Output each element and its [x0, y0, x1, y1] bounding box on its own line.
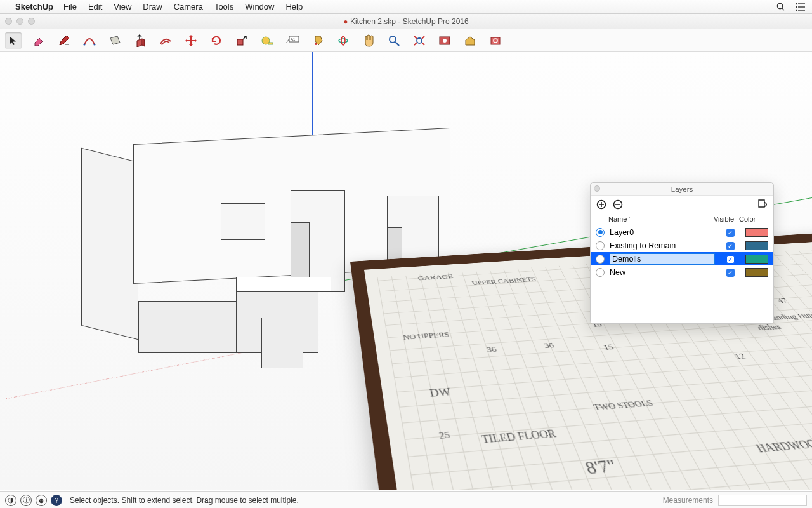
traffic-lights[interactable] [5, 18, 35, 25]
menu-edit[interactable]: Edit [88, 2, 102, 11]
status-hint: Select objects. Shift to extend select. … [70, 496, 299, 505]
rotate-tool[interactable] [208, 32, 225, 49]
svg-point-22 [443, 39, 447, 43]
svg-point-5 [796, 3, 797, 4]
svg-point-0 [777, 3, 782, 8]
layer-name-input[interactable] [608, 253, 715, 265]
pan-tool[interactable] [360, 32, 377, 49]
svg-point-16 [339, 39, 348, 43]
spotlight-icon[interactable] [776, 2, 785, 11]
layer-options-button[interactable] [757, 199, 768, 210]
window-titlebar: ● Kitchen 2.skp - SketchUp Pro 2016 [0, 14, 812, 29]
svg-point-18 [390, 36, 396, 43]
layers-header[interactable]: Name˄ Visible Color [591, 213, 773, 225]
layer-name[interactable]: Layer0 [608, 228, 715, 237]
zoom-extents-tool[interactable] [411, 32, 428, 49]
svg-point-7 [796, 9, 797, 10]
layer-row[interactable]: ✓ [591, 252, 773, 265]
layers-list: Layer0 ✓ Existing to Remain ✓ ✓ New ✓ [591, 225, 773, 323]
menu-tools[interactable]: Tools [214, 2, 233, 11]
layer-visible-checkbox[interactable]: ✓ [715, 228, 745, 237]
add-layer-button[interactable] [596, 199, 607, 210]
menu-view[interactable]: View [114, 2, 131, 11]
layer-name[interactable]: New [608, 268, 715, 277]
svg-text:A1: A1 [291, 37, 296, 41]
svg-point-20 [417, 38, 422, 43]
layer-name[interactable]: Existing to Remain [608, 241, 715, 250]
layers-panel[interactable]: Layers Name˄ Visible Color Layer0 ✓ Exis… [590, 182, 774, 324]
svg-point-8 [83, 43, 85, 45]
layer-radio[interactable] [596, 255, 605, 264]
credits-icon[interactable]: ⓘ [20, 495, 32, 506]
rectangle-tool[interactable] [107, 32, 123, 49]
offset-tool[interactable] [157, 32, 174, 49]
layer-visible-checkbox[interactable]: ✓ [715, 241, 745, 250]
menu-help[interactable]: Help [285, 2, 303, 11]
tape-tool[interactable] [259, 32, 275, 49]
layer-row[interactable]: New ✓ [591, 265, 773, 279]
layer-color-swatch[interactable] [745, 268, 768, 277]
svg-line-1 [782, 8, 784, 10]
menu-file[interactable]: File [63, 2, 77, 11]
move-tool[interactable] [183, 32, 199, 49]
profile-icon[interactable]: ☻ [36, 495, 47, 506]
svg-line-19 [395, 42, 399, 46]
layer-radio[interactable] [596, 268, 605, 277]
layer-row[interactable]: Layer0 ✓ [591, 225, 773, 239]
pushpull-tool[interactable] [132, 32, 148, 49]
menu-camera[interactable]: Camera [174, 2, 203, 11]
main-toolbar: A1 [0, 29, 812, 52]
paint-tool[interactable] [310, 32, 326, 49]
3d-warehouse-tool[interactable] [462, 32, 478, 49]
zoom-tool[interactable] [386, 32, 402, 49]
panel-close-icon[interactable] [594, 185, 600, 192]
svg-point-17 [341, 36, 345, 45]
status-bar: ◑ ⓘ ☻ ? Select objects. Shift to extend … [0, 491, 812, 508]
layer-radio[interactable] [596, 241, 605, 250]
layers-panel-title[interactable]: Layers [591, 183, 773, 196]
measurements-label: Measurements [663, 496, 713, 505]
window-title: ● Kitchen 2.skp - SketchUp Pro 2016 [0, 17, 812, 26]
mac-menubar: SketchUp File Edit View Draw Camera Tool… [0, 0, 812, 14]
svg-point-15 [315, 43, 317, 45]
layer-color-swatch[interactable] [745, 241, 768, 250]
extension-warehouse-tool[interactable] [487, 32, 504, 49]
svg-rect-10 [237, 39, 243, 45]
photo-texture-tool[interactable] [436, 32, 453, 49]
menu-draw[interactable]: Draw [143, 2, 162, 11]
svg-point-6 [796, 6, 797, 7]
menu-list-icon[interactable] [796, 3, 806, 11]
orbit-tool[interactable] [335, 32, 351, 49]
select-tool[interactable] [5, 32, 22, 49]
eraser-tool[interactable] [30, 32, 47, 49]
measurements-input[interactable] [718, 495, 807, 506]
geo-icon[interactable]: ◑ [5, 495, 16, 506]
layer-radio[interactable] [596, 228, 605, 237]
remove-layer-button[interactable] [612, 199, 624, 210]
layer-color-swatch[interactable] [745, 228, 768, 237]
layer-row[interactable]: Existing to Remain ✓ [591, 239, 773, 252]
app-name[interactable]: SketchUp [15, 2, 53, 11]
3d-viewport[interactable]: GARAGE UPPER CABINETS MUDROOM Ref. NO UP… [0, 52, 812, 490]
help-icon[interactable]: ? [51, 495, 62, 506]
svg-point-9 [93, 43, 95, 45]
pencil-tool[interactable] [56, 32, 72, 49]
scale-tool[interactable] [233, 32, 250, 49]
layer-color-swatch[interactable] [745, 255, 768, 264]
layer-visible-checkbox[interactable]: ✓ [715, 255, 745, 264]
layer-visible-checkbox[interactable]: ✓ [715, 268, 745, 277]
text-tool[interactable]: A1 [284, 32, 301, 49]
svg-rect-12 [268, 43, 273, 44]
arc-tool[interactable] [81, 32, 98, 49]
menu-window[interactable]: Window [245, 2, 274, 11]
